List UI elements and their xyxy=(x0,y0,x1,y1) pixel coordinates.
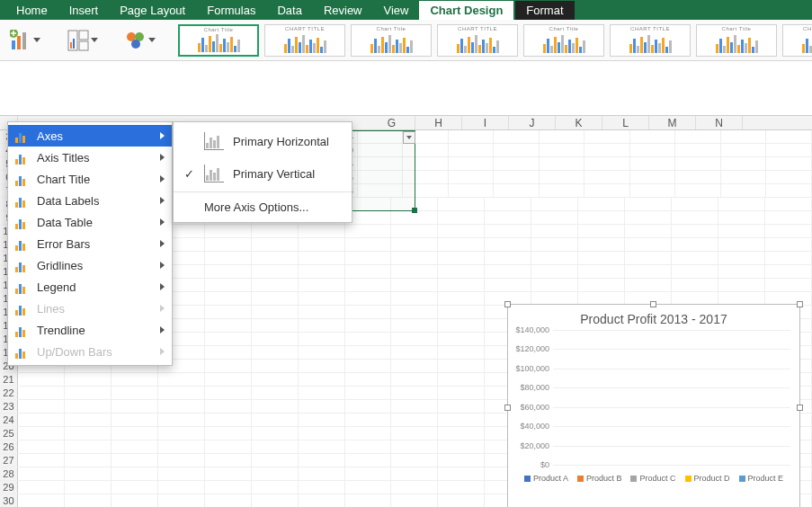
cell[interactable] xyxy=(345,373,392,386)
cell[interactable] xyxy=(765,292,812,305)
cell[interactable] xyxy=(718,198,765,210)
cell[interactable] xyxy=(391,454,438,467)
cell[interactable] xyxy=(205,360,252,372)
cell[interactable] xyxy=(630,130,676,143)
cell[interactable] xyxy=(718,252,765,264)
cell[interactable] xyxy=(358,144,404,156)
add-chart-element-button[interactable] xyxy=(5,27,45,54)
chart-plot-area[interactable]: $0$20,000$40,000$60,000$80,000$100,000$1… xyxy=(553,330,790,465)
cell[interactable] xyxy=(252,265,299,278)
cell[interactable] xyxy=(112,414,158,426)
cell[interactable] xyxy=(766,171,812,183)
cell[interactable] xyxy=(531,211,578,224)
cell[interactable] xyxy=(625,238,672,251)
menu-item-error-bars[interactable]: Error Bars xyxy=(8,233,172,254)
cell[interactable] xyxy=(672,292,718,305)
legend-item[interactable]: Product B xyxy=(577,474,622,483)
cell[interactable] xyxy=(438,265,485,278)
cell[interactable] xyxy=(18,440,65,453)
cell[interactable] xyxy=(391,198,438,210)
cell[interactable] xyxy=(391,292,438,305)
cell[interactable] xyxy=(485,198,531,210)
cell[interactable] xyxy=(449,130,495,143)
cell[interactable] xyxy=(672,279,718,291)
cell[interactable] xyxy=(18,467,65,480)
cell[interactable] xyxy=(672,225,718,237)
cell[interactable] xyxy=(391,387,438,399)
tab-chart-design[interactable]: Chart Design xyxy=(419,1,513,20)
cell[interactable] xyxy=(578,279,625,291)
cell[interactable] xyxy=(205,494,252,507)
cell[interactable] xyxy=(584,171,630,183)
cell[interactable] xyxy=(252,400,299,413)
cell[interactable] xyxy=(438,211,485,224)
menu-item-legend[interactable]: Legend xyxy=(8,276,172,298)
cell[interactable] xyxy=(494,157,540,170)
cell[interactable] xyxy=(345,387,392,399)
cell[interactable] xyxy=(672,238,718,251)
cell[interactable] xyxy=(252,454,299,467)
cell[interactable] xyxy=(718,211,765,224)
resize-handle[interactable] xyxy=(797,301,803,307)
cell[interactable] xyxy=(391,414,438,426)
cell[interactable] xyxy=(358,157,404,170)
cell[interactable] xyxy=(205,252,252,264)
cell[interactable] xyxy=(391,319,438,332)
cell[interactable] xyxy=(18,427,65,440)
cell[interactable] xyxy=(112,373,158,386)
cell[interactable] xyxy=(158,427,205,440)
resize-handle[interactable] xyxy=(650,301,656,307)
cell[interactable] xyxy=(391,306,438,318)
cell[interactable] xyxy=(630,171,676,183)
cell[interactable] xyxy=(765,211,812,224)
cell[interactable] xyxy=(345,481,392,494)
cell[interactable] xyxy=(531,279,578,291)
cell[interactable] xyxy=(65,414,112,426)
cell[interactable] xyxy=(205,346,252,359)
cell[interactable] xyxy=(403,184,449,197)
submenu-primary-horizontal[interactable]: Primary Horizontal xyxy=(174,125,352,157)
chart-style-thumb[interactable]: Chart Title xyxy=(696,24,777,57)
menu-item-axes[interactable]: Axes xyxy=(8,125,172,147)
row-header[interactable]: 27 xyxy=(0,454,18,467)
resize-handle[interactable] xyxy=(504,405,511,411)
cell[interactable] xyxy=(112,454,158,467)
resize-handle[interactable] xyxy=(797,405,803,411)
cell[interactable] xyxy=(438,306,485,318)
cell[interactable] xyxy=(65,467,112,480)
cell[interactable] xyxy=(438,427,485,440)
cell[interactable] xyxy=(721,171,767,183)
cell[interactable] xyxy=(18,373,65,386)
cell[interactable] xyxy=(65,481,112,494)
cell[interactable] xyxy=(438,360,485,372)
cell[interactable] xyxy=(345,400,392,413)
legend-item[interactable]: Product C xyxy=(630,474,675,483)
col-header[interactable]: H xyxy=(415,116,462,129)
cell[interactable] xyxy=(438,333,485,345)
cell[interactable] xyxy=(438,252,485,264)
cell[interactable] xyxy=(345,306,392,318)
cell[interactable] xyxy=(252,319,299,332)
cell[interactable] xyxy=(18,414,65,426)
cell[interactable] xyxy=(625,211,672,224)
cell[interactable] xyxy=(252,333,299,345)
cell[interactable] xyxy=(345,252,392,264)
cell[interactable] xyxy=(584,157,630,170)
menu-item-data-table[interactable]: Data Table xyxy=(8,211,172,233)
cell[interactable] xyxy=(158,467,205,480)
cell[interactable] xyxy=(345,333,392,345)
cell[interactable] xyxy=(625,265,672,278)
cell[interactable] xyxy=(391,440,438,453)
cell[interactable] xyxy=(345,279,392,291)
col-header[interactable]: L xyxy=(602,116,649,129)
cell[interactable] xyxy=(766,157,812,170)
cell[interactable] xyxy=(345,440,392,453)
cell[interactable] xyxy=(718,292,765,305)
cell[interactable] xyxy=(485,252,531,264)
cell[interactable] xyxy=(540,144,585,156)
cell[interactable] xyxy=(449,157,495,170)
cell[interactable] xyxy=(345,292,392,305)
cell[interactable] xyxy=(345,467,392,480)
row-header[interactable]: 22 xyxy=(0,387,18,399)
col-header[interactable]: I xyxy=(462,116,509,129)
